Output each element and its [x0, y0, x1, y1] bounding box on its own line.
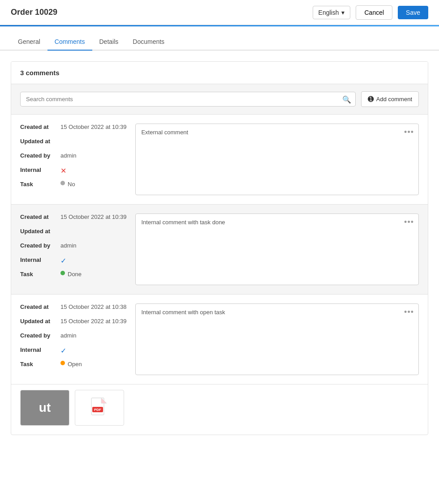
- meta-row-task-2: Task Done: [20, 271, 126, 281]
- save-button[interactable]: Save: [398, 6, 428, 19]
- comments-count-heading: 3 comments: [11, 62, 428, 84]
- add-comment-label: Add comment: [376, 96, 412, 103]
- label-updated-at-2: Updated at: [20, 228, 60, 235]
- language-selector[interactable]: English ▾: [313, 6, 351, 19]
- internal-check-icon-2: ✓: [60, 256, 66, 265]
- search-wrapper: 🔍: [20, 92, 356, 107]
- value-task-2: Done: [68, 271, 82, 278]
- meta-row-created-by: Created by admin: [20, 152, 126, 162]
- label-updated-at: Updated at: [20, 138, 60, 145]
- comment-textbox-1: ••• External comment: [135, 124, 419, 195]
- label-internal-2: Internal: [20, 256, 60, 263]
- meta-row-task: Task No: [20, 181, 126, 191]
- main-content: 3 comments 🔍 ➊ Add comment Created at 15…: [0, 51, 439, 446]
- label-internal: Internal: [20, 167, 60, 173]
- comment-text-3: Internal comment with open task: [141, 309, 225, 316]
- meta-row-updated-at: Updated at: [20, 138, 126, 148]
- cancel-button[interactable]: Cancel: [356, 5, 392, 20]
- value-created-by-3: admin: [60, 332, 76, 339]
- comment-meta-3: Created at 15 October 2022 at 10:38 Upda…: [20, 303, 126, 375]
- comment-meta-2: Created at 15 October 2022 at 10:39 Upda…: [20, 214, 126, 285]
- meta-row-internal-2: Internal ✓: [20, 256, 126, 266]
- comment-text-2: Internal comment with task done: [141, 219, 225, 226]
- label-task-3: Task: [20, 361, 60, 367]
- pdf-icon: PDF: [90, 397, 108, 419]
- value-updated-at-3: 15 October 2022 at 10:39: [60, 318, 126, 325]
- attachment-text-label: ut: [39, 401, 51, 415]
- comments-section: 3 comments 🔍 ➊ Add comment Created at 15…: [11, 61, 428, 435]
- comment-textbox-2: ••• Internal comment with task done: [135, 214, 419, 285]
- label-task-2: Task: [20, 271, 60, 278]
- meta-row-created-at: Created at 15 October 2022 at 10:39: [20, 124, 126, 133]
- tab-details[interactable]: Details: [92, 34, 126, 51]
- task-dot-1: [60, 181, 65, 185]
- header-actions: English ▾ Cancel Save: [313, 5, 428, 20]
- add-comment-button[interactable]: ➊ Add comment: [361, 91, 419, 107]
- meta-row-created-at-2: Created at 15 October 2022 at 10:39: [20, 214, 126, 223]
- tabs-bar: General Comments Details Documents: [0, 34, 439, 51]
- label-created-by-2: Created by: [20, 242, 60, 249]
- task-dot-3: [60, 361, 65, 365]
- label-internal-3: Internal: [20, 346, 60, 353]
- language-label: English: [318, 9, 339, 16]
- meta-row-internal: Internal ✕: [20, 167, 126, 176]
- comment-card-3: Created at 15 October 2022 at 10:38 Upda…: [11, 295, 428, 384]
- value-created-by-2: admin: [60, 242, 76, 249]
- meta-row-created-by-3: Created by admin: [20, 332, 126, 342]
- meta-row-updated-at-2: Updated at: [20, 228, 126, 238]
- attachment-text-thumb[interactable]: ut: [20, 390, 69, 426]
- tab-comments[interactable]: Comments: [47, 34, 92, 51]
- value-task-1: No: [68, 181, 75, 188]
- attachment-pdf-thumb[interactable]: PDF: [75, 390, 124, 426]
- label-task: Task: [20, 181, 60, 188]
- value-created-by-1: admin: [60, 152, 76, 159]
- value-created-at-2: 15 October 2022 at 10:39: [60, 214, 126, 220]
- comment-text-1: External comment: [141, 129, 188, 136]
- chevron-down-icon: ▾: [341, 9, 344, 16]
- search-row: 🔍 ➊ Add comment: [11, 84, 428, 115]
- task-dot-2: [60, 271, 65, 275]
- header-accent-line: [0, 25, 439, 26]
- value-created-at-1: 15 October 2022 at 10:39: [60, 124, 126, 130]
- comment-textbox-3: ••• Internal comment with open task: [135, 303, 419, 375]
- tab-general[interactable]: General: [11, 34, 47, 51]
- comment-menu-button-3[interactable]: •••: [404, 308, 414, 317]
- label-created-at-2: Created at: [20, 214, 60, 220]
- comments-count-label: 3 comments: [20, 69, 60, 77]
- attachments-row: ut PDF: [11, 390, 428, 435]
- svg-text:PDF: PDF: [94, 408, 101, 412]
- meta-row-created-at-3: Created at 15 October 2022 at 10:38: [20, 303, 126, 313]
- value-created-at-3: 15 October 2022 at 10:38: [60, 303, 126, 310]
- search-icon: 🔍: [342, 95, 351, 103]
- meta-row-internal-3: Internal ✓: [20, 346, 126, 356]
- label-created-by: Created by: [20, 152, 60, 159]
- comment-menu-button-1[interactable]: •••: [404, 128, 414, 137]
- label-updated-at-3: Updated at: [20, 318, 60, 325]
- meta-row-task-3: Task Open: [20, 361, 126, 371]
- label-created-at-3: Created at: [20, 303, 60, 310]
- tab-documents[interactable]: Documents: [125, 34, 172, 51]
- comment-meta-1: Created at 15 October 2022 at 10:39 Upda…: [20, 124, 126, 195]
- comment-menu-button-2[interactable]: •••: [404, 218, 414, 227]
- label-created-by-3: Created by: [20, 332, 60, 339]
- add-circle-icon: ➊: [368, 95, 374, 103]
- meta-row-updated-at-3: Updated at 15 October 2022 at 10:39: [20, 318, 126, 328]
- comment-card-1: Created at 15 October 2022 at 10:39 Upda…: [11, 115, 428, 205]
- comment-card-2: Created at 15 October 2022 at 10:39 Upda…: [11, 205, 428, 295]
- internal-cross-icon-1: ✕: [60, 167, 66, 175]
- label-created-at: Created at: [20, 124, 60, 130]
- page-title: Order 10029: [11, 8, 57, 17]
- value-task-3: Open: [68, 361, 82, 367]
- meta-row-created-by-2: Created by admin: [20, 242, 126, 252]
- search-input[interactable]: [20, 92, 356, 107]
- internal-check-icon-3: ✓: [60, 346, 66, 355]
- page-header: Order 10029 English ▾ Cancel Save: [0, 0, 439, 25]
